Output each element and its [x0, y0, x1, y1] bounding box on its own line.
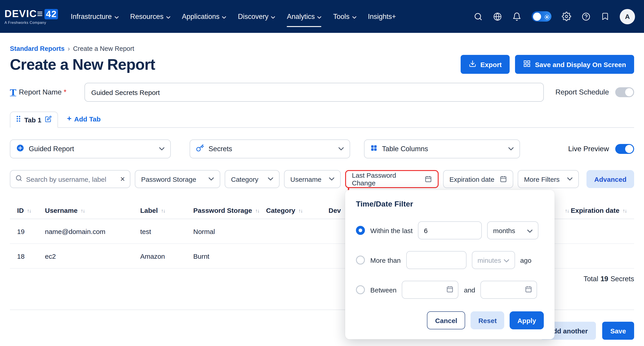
chevron-down-icon — [159, 147, 164, 151]
between-start-date-input[interactable] — [402, 281, 458, 299]
chevron-down-icon — [318, 12, 322, 21]
sort-icon: ↑↓ — [298, 208, 302, 213]
edit-tab-icon[interactable] — [45, 115, 52, 124]
breadcrumb-standard-reports[interactable]: Standard Reports — [10, 45, 64, 52]
and-label: and — [464, 286, 475, 294]
nav-item-discovery[interactable]: Discovery — [238, 0, 275, 33]
main-nav: Infrastructure Resources Applications Di… — [71, 0, 396, 33]
sort-icon: ↑↓ — [27, 208, 31, 213]
report-name-row: T Report Name * Report Schedule — [10, 83, 634, 102]
nav-item-applications[interactable]: Applications — [182, 0, 226, 33]
more-than-radio[interactable] — [356, 256, 365, 265]
filter-row: × Password Storage Category Username Las… — [10, 170, 634, 188]
search-input[interactable] — [26, 175, 116, 183]
bell-icon[interactable] — [512, 12, 521, 21]
nav-item-resources[interactable]: Resources — [130, 0, 170, 33]
drag-handle-icon[interactable] — [16, 116, 21, 124]
tab-1[interactable]: Tab 1 — [10, 112, 58, 128]
cell-username: ec2 — [45, 252, 140, 260]
apply-button[interactable]: Apply — [510, 311, 544, 329]
more-than-label[interactable]: More than — [370, 256, 401, 264]
logo-42-badge: 42 — [44, 9, 58, 19]
globe-icon[interactable] — [493, 12, 502, 21]
chevron-down-icon — [268, 177, 273, 181]
between-label[interactable]: Between — [370, 286, 396, 294]
cell-username: name@domain.com — [45, 227, 140, 235]
nav-item-insights-plus[interactable]: Insights+ — [368, 0, 396, 33]
within-radio[interactable] — [356, 226, 365, 235]
save-button[interactable]: Save — [602, 322, 634, 340]
device42-logo[interactable]: DEVIC≡42 A Freshworks Company — [4, 8, 58, 25]
add-tab-button[interactable]: + Add Tab — [67, 114, 101, 123]
column-header-id[interactable]: ID↑↓ — [17, 207, 45, 214]
download-icon — [469, 60, 476, 69]
sun-icon — [544, 14, 550, 22]
logo-e-glyph: ≡ — [37, 8, 43, 20]
filter-expiration-date[interactable]: Expiration date — [443, 170, 513, 188]
title-row: Create a New Report Export Save and Disp… — [10, 55, 634, 74]
breadcrumb-current: Create a New Report — [73, 45, 134, 52]
calendar-icon — [425, 176, 432, 183]
report-type-select[interactable]: Guided Report — [10, 139, 171, 158]
calendar-icon — [446, 285, 454, 294]
search-icon[interactable] — [474, 12, 483, 21]
guided-report-icon — [16, 144, 24, 154]
save-and-display-button[interactable]: Save and Display On Screen — [515, 55, 634, 74]
breadcrumb-separator: › — [68, 45, 70, 52]
column-header-password-storage[interactable]: Password Storage↑↓ — [193, 207, 266, 214]
user-avatar[interactable]: A — [620, 9, 635, 24]
between-radio[interactable] — [356, 285, 365, 294]
more-than-value-input[interactable] — [406, 251, 466, 269]
report-schedule-toggle[interactable] — [615, 87, 634, 97]
column-header-expiration-date[interactable]: Expiration date↑↓ — [571, 207, 627, 214]
export-button[interactable]: Export — [461, 55, 510, 74]
cancel-button[interactable]: Cancel — [427, 311, 465, 329]
live-preview-toggle[interactable] — [615, 144, 634, 154]
nav-item-analytics[interactable]: Analytics — [287, 0, 322, 33]
chevron-down-icon — [166, 12, 170, 21]
advanced-button[interactable]: Advanced — [587, 170, 634, 188]
report-name-input[interactable] — [84, 83, 544, 102]
filter-more-filters[interactable]: More Filters — [518, 170, 579, 188]
filter-last-password-change[interactable]: Last Password Change — [345, 170, 438, 188]
within-label[interactable]: Within the last — [370, 227, 412, 234]
option-between: Between and — [356, 281, 544, 299]
text-field-icon: T — [10, 87, 19, 97]
sort-icon: ↑↓ — [623, 208, 627, 213]
sort-icon: ↑↓ — [565, 208, 569, 213]
search-box: × — [10, 170, 130, 188]
chevron-down-icon — [504, 256, 509, 264]
chevron-down-icon — [567, 177, 572, 181]
time-date-filter-popup: Time/Date Filter Within the last months … — [345, 190, 554, 339]
total-number: 19 — [600, 275, 608, 283]
search-icon — [15, 175, 22, 184]
bookmark-icon[interactable] — [601, 12, 610, 21]
within-unit-select[interactable]: months — [487, 221, 538, 239]
filter-category[interactable]: Category — [225, 170, 280, 188]
table-columns-select[interactable]: Table Columns — [364, 139, 520, 158]
chevron-down-icon — [222, 12, 226, 21]
column-header-category[interactable]: Category↑↓ — [266, 207, 328, 214]
popup-actions: Cancel Reset Apply — [356, 311, 544, 329]
table-icon — [523, 60, 531, 69]
help-icon[interactable] — [582, 12, 590, 21]
plus-icon: + — [67, 114, 72, 123]
more-than-unit-select[interactable]: minutes — [472, 251, 515, 269]
column-header-username[interactable]: Username↑↓ — [45, 207, 140, 214]
within-value-input[interactable] — [418, 221, 482, 239]
nav-item-tools[interactable]: Tools — [333, 0, 356, 33]
cell-label: Amazon — [140, 252, 193, 260]
filter-username[interactable]: Username — [284, 170, 341, 188]
theme-toggle[interactable] — [532, 11, 552, 22]
chevron-down-icon — [508, 147, 514, 151]
column-header-label[interactable]: Label↑↓ — [140, 207, 193, 214]
cell-id: 18 — [17, 252, 45, 260]
reset-button[interactable]: Reset — [471, 311, 504, 329]
filter-password-storage[interactable]: Password Storage — [135, 170, 220, 188]
clear-search-icon[interactable]: × — [120, 175, 125, 183]
between-end-date-input[interactable] — [481, 281, 537, 299]
tab-1-label: Tab 1 — [24, 116, 41, 123]
nav-item-infrastructure[interactable]: Infrastructure — [71, 0, 119, 33]
gear-icon[interactable] — [562, 12, 571, 21]
dataset-select[interactable]: Secrets — [190, 139, 350, 158]
